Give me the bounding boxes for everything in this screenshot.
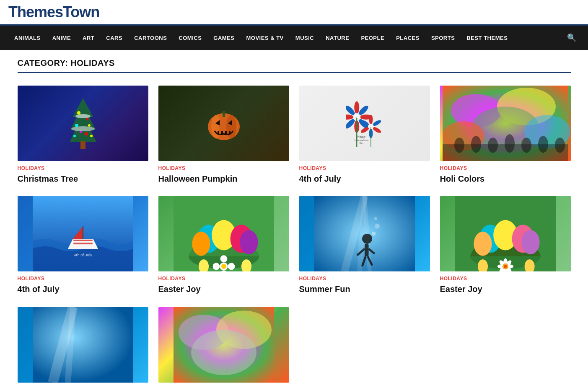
svg-point-51: [454, 138, 464, 153]
card-category-easter2: HOLIDAYS: [440, 276, 571, 282]
easter-eggs-icon: [158, 196, 289, 271]
nav-item-art[interactable]: ART: [77, 27, 100, 49]
svg-point-95: [474, 232, 492, 256]
card-title-holi: Holi Colors: [440, 173, 571, 184]
nav-item-cartoons[interactable]: CARTOONS: [128, 27, 173, 49]
svg-point-23: [354, 102, 359, 114]
nav-item-anime[interactable]: ANIME: [47, 27, 77, 49]
card-image-july2: 4th of July: [18, 196, 148, 271]
svg-point-87: [371, 232, 376, 236]
svg-rect-63: [73, 243, 93, 245]
card-category-july2: HOLIDAYS: [18, 276, 148, 282]
nav-item-best-themes[interactable]: BEST THEMES: [461, 27, 513, 49]
svg-point-3: [86, 118, 88, 120]
card-holi-colors[interactable]: HOLIDAYS Holi Colors: [440, 86, 571, 184]
card-image-christmas-tree: [18, 86, 148, 161]
underwater-icon: [18, 307, 148, 383]
card-image-july1: Happy Independence Day: [299, 86, 430, 161]
svg-point-57: [555, 138, 565, 153]
svg-point-113: [191, 330, 256, 375]
svg-point-70: [192, 232, 210, 256]
nav-item-places[interactable]: PLACES: [390, 27, 425, 49]
svg-point-55: [521, 138, 531, 153]
svg-rect-21: [225, 131, 227, 135]
svg-point-33: [369, 115, 373, 125]
svg-point-74: [228, 263, 235, 270]
diver-icon: [299, 196, 430, 271]
svg-point-8: [73, 135, 76, 137]
card-title-summer: Summer Fun: [299, 284, 430, 295]
card-underwater[interactable]: [18, 307, 148, 387]
card-thumbnail: [18, 86, 148, 161]
nav-item-movies-tv[interactable]: MOVIES & TV: [241, 27, 290, 49]
svg-point-2: [77, 111, 80, 115]
card-thumbnail: [440, 196, 571, 271]
card-thumbnail: [158, 196, 289, 271]
card-category-holi: HOLIDAYS: [440, 165, 571, 171]
category-heading: CATEGORY: HOLIDAYS: [18, 58, 571, 73]
svg-text:Happy: Happy: [357, 135, 365, 138]
colorful-icon: [158, 307, 289, 383]
svg-point-89: [374, 217, 377, 220]
card-category-easter1: HOLIDAYS: [158, 276, 289, 282]
card-christmas-tree[interactable]: HOLIDAYS Christmas Tree: [18, 86, 148, 184]
svg-point-88: [375, 224, 380, 229]
svg-point-81: [362, 234, 372, 244]
svg-point-10: [75, 114, 91, 118]
svg-text:4th of July: 4th of July: [74, 253, 92, 257]
svg-rect-62: [73, 240, 93, 241]
svg-point-54: [505, 134, 515, 153]
svg-point-53: [488, 138, 498, 153]
nav-links: ANIMALS ANIME ART CARS CARTOONS COMICS G…: [8, 27, 513, 49]
card-image-summer: [299, 196, 430, 271]
search-icon[interactable]: 🔍: [564, 26, 580, 50]
nav-item-sports[interactable]: SPORTS: [425, 27, 461, 49]
nav-item-nature[interactable]: NATURE: [320, 27, 355, 49]
card-image-halloween: [158, 86, 289, 161]
boat-icon: 4th of July: [18, 196, 148, 271]
svg-point-106: [504, 265, 507, 268]
easter-eggs-2-icon: [440, 196, 571, 271]
card-easter-joy-1[interactable]: HOLIDAYS Easter Joy: [158, 196, 289, 295]
card-4th-of-july-1[interactable]: Happy Independence Day HOLIDAYS 4th of J…: [299, 86, 430, 184]
nav-item-cars[interactable]: CARS: [100, 27, 128, 49]
svg-point-56: [538, 136, 548, 153]
svg-point-29: [346, 115, 354, 120]
christmas-tree-icon: [66, 96, 100, 151]
svg-point-73: [212, 263, 220, 270]
card-thumbnail: [18, 307, 148, 383]
card-4th-of-july-2[interactable]: 4th of July HOLIDAYS 4th of July: [18, 196, 148, 295]
svg-rect-22: [229, 131, 231, 134]
card-title-halloween: Halloween Pumpkin: [158, 173, 289, 184]
nav-item-games[interactable]: GAMES: [207, 27, 240, 49]
card-image-colorful2: [158, 307, 289, 383]
svg-point-9: [90, 135, 93, 137]
nav-item-comics[interactable]: COMICS: [173, 27, 207, 49]
svg-rect-19: [218, 131, 219, 134]
card-summer-fun[interactable]: HOLIDAYS Summer Fun: [299, 196, 430, 295]
card-thumbnail: [440, 86, 571, 161]
svg-text:Independence: Independence: [354, 139, 368, 141]
card-grid-partial: [18, 307, 571, 387]
logo-bar: ThemesTown: [0, 0, 588, 26]
nav-item-people[interactable]: PEOPLE: [355, 27, 390, 49]
july-flower-icon: Happy Independence Day: [346, 98, 383, 149]
card-halloween-pumpkin[interactable]: HOLIDAYS Halloween Pumpkin: [158, 86, 289, 184]
site-logo[interactable]: ThemesTown: [8, 3, 99, 21]
card-title-christmas-tree: Christmas Tree: [18, 173, 148, 184]
svg-point-75: [220, 255, 227, 263]
svg-point-7: [85, 132, 88, 136]
card-image-underwater: [18, 307, 148, 383]
svg-rect-1: [80, 141, 85, 149]
card-category-halloween: HOLIDAYS: [158, 165, 289, 171]
card-thumbnail: [299, 196, 430, 271]
card-colorful-2[interactable]: [158, 307, 289, 387]
card-thumbnail: Happy Independence Day: [299, 86, 430, 161]
svg-point-52: [471, 136, 481, 153]
card-title-easter1: Easter Joy: [158, 284, 289, 295]
nav-item-animals[interactable]: ANIMALS: [8, 27, 47, 49]
card-thumbnail: [158, 86, 289, 161]
nav-item-music[interactable]: MUSIC: [290, 27, 320, 49]
svg-rect-20: [221, 131, 223, 135]
card-easter-joy-2[interactable]: HOLIDAYS Easter Joy: [440, 196, 571, 295]
